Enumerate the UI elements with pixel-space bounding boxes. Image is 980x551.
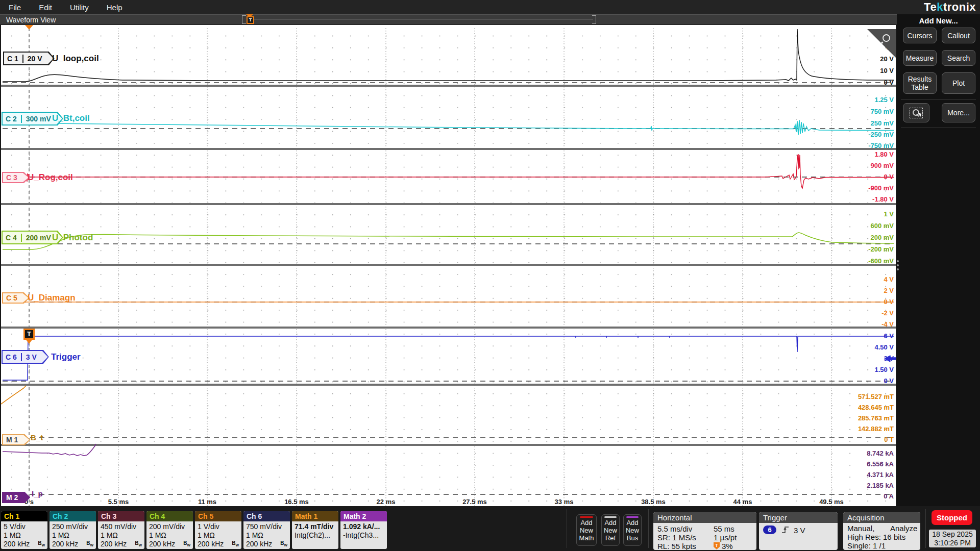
panel-splitter-handle[interactable] [897,258,899,272]
axis-math1-2: 285.763 mT [858,414,894,422]
label-ch1[interactable]: U_loop,coil [52,54,99,64]
menu-help[interactable]: Help [107,3,122,12]
card-ch4[interactable]: Ch 4 200 mV/div1 MΩ200 kHz BW [146,511,193,549]
callout-button[interactable]: Callout [942,28,975,43]
card-math1-scale: 71.4 mT/div [295,522,338,531]
badge-ch1[interactable]: C 120 V [3,52,55,65]
axis-ch4-3: -200 mV [868,245,894,254]
search-button[interactable]: Search [942,50,975,66]
acquisition-panel[interactable]: Acquisition Manual, Analyze High Res: 16… [843,512,920,550]
time-label-2: 11 ms [189,498,225,506]
card-ch6-impedance: 1 MΩ [246,531,290,540]
bottom-separator-2 [648,509,649,548]
axis-ch3-0: 1.80 V [874,151,894,159]
results-table-button[interactable]: Results Table [903,72,937,94]
card-math1[interactable]: Math 1 71.4 mT/divIntg(Ch2)... [292,511,338,549]
axis-ch3-4: -1.80 V [872,195,894,204]
axis-ch4-1: 600 mV [870,222,894,230]
label-math1[interactable]: B_t [31,433,43,442]
card-ch5-impedance: 1 MΩ [198,531,241,540]
trigger-position-triangle[interactable] [25,25,33,30]
right-panel-divider-2 [901,128,976,128]
card-ch3[interactable]: Ch 3 450 mV/div1 MΩ200 kHz BW [98,511,144,549]
axis-ch5-4: -4 V [881,320,894,329]
magnifier-icon [883,34,890,42]
add-new-math-button[interactable]: AddNewMath [576,514,597,546]
horizontal-title: Horizontal [653,512,756,523]
expansion-right-bracket[interactable] [592,15,596,24]
acquisition-resolution: High Res: 16 bits [847,533,905,541]
badge-math1-id: M 1 [2,436,22,444]
bandwidth-limit-icon: BW [232,540,239,547]
badge-ch5[interactable]: C 5 [2,292,30,304]
badge-math2[interactable]: M 2 [2,492,30,503]
plot-button[interactable]: Plot [942,72,975,94]
card-ch2-title: Ch 2 [50,511,96,521]
time-label-6: 33 ms [546,498,582,506]
card-ch3-title: Ch 3 [98,511,144,521]
badge-ch6[interactable]: C 63 V [2,350,49,364]
card-ch5-title: Ch 5 [195,511,241,521]
measure-button[interactable]: Measure [903,50,937,66]
menu-file[interactable]: File [9,3,21,12]
axis-ch2-0: 1.25 V [874,96,894,104]
cursors-button[interactable]: Cursors [903,28,937,43]
horizontal-trigger-position: 3% [722,542,733,550]
zoom-select-button[interactable] [903,103,929,122]
more-button[interactable]: More... [942,103,975,122]
run-stop-status[interactable]: Stopped [932,510,972,525]
expansion-indicator-line [253,19,593,19]
card-ch6[interactable]: Ch 6 750 mV/div1 MΩ200 kHz BW [243,511,290,549]
label-ch5[interactable]: U_Diamagn [28,293,76,303]
bandwidth-limit-icon: BW [280,540,287,547]
trigger-source-badge: 6 [763,525,776,534]
expansion-trigger-icon[interactable]: T [247,16,254,24]
axis-ch2-2: 250 mV [870,119,894,128]
axis-math1-3: 142.882 mT [858,425,894,433]
card-ch1[interactable]: Ch 1 5 V/div1 MΩ200 kHz BW [1,511,47,549]
label-ch3[interactable]: U_Rog,coil [28,172,73,183]
horizontal-panel[interactable]: Horizontal 5.5 ms/div 55 ms SR: 1 MS/s 1… [653,512,756,550]
axis-ch6-3: 1.50 V [874,366,894,374]
tektronix-logo: Tektronix [924,1,976,14]
acquisition-title: Acquisition [843,512,920,523]
zoom-select-icon [910,108,923,118]
date-text: 18 Sep 2025 [929,530,976,539]
label-ch2[interactable]: U_Bt,coil [52,113,90,123]
axis-ch4-4: -600 mV [868,257,894,265]
axis-ch6-1: 4.50 V [874,343,894,352]
bus-accent [626,516,639,518]
trigger-source-marker[interactable]: T [23,329,35,340]
time-label-3: 16.5 ms [279,498,314,506]
trigger-panel[interactable]: Trigger 6 3 V [759,512,838,550]
datetime-display: 18 Sep 2025 3:10:26 PM [929,530,976,547]
menu-utility[interactable]: Utility [70,3,89,12]
axis-ch1-3: 0 V [884,79,894,87]
badge-ch3[interactable]: C 3 [2,172,30,183]
badge-ch6-id: C 6 [2,353,21,361]
time-label-9: 49.5 ms [814,498,849,506]
bandwidth-limit-icon: BW [86,540,93,547]
horizontal-scale: 5.5 ms/div [657,524,692,533]
badge-ch1-id: C 1 [3,55,22,63]
label-ch4[interactable]: U_Photod [52,233,93,243]
add-new-panel: Add New... Cursors Callout Measure Searc… [897,14,980,506]
card-ch3-scale: 450 mV/div [101,522,144,531]
card-ch2[interactable]: Ch 2 250 mV/div1 MΩ200 kHz BW [50,511,96,549]
card-ch1-title: Ch 1 [1,511,47,521]
axis-ch4-2: 200 mV [870,234,894,242]
add-new-ref-button[interactable]: AddNewRef [601,514,620,546]
card-ch5[interactable]: Ch 5 1 V/div1 MΩ200 kHz BW [195,511,241,549]
card-math2[interactable]: Math 2 1.092 kA/...-Intg(Ch3... [340,511,387,549]
ref-accent [604,516,617,518]
axis-math2-0: 8.742 kA [867,449,894,458]
add-new-bus-button[interactable]: AddNewBus [623,514,642,546]
card-ch4-title: Ch 4 [146,511,193,521]
card-ch2-impedance: 1 MΩ [52,531,96,540]
badge-math1[interactable]: M 1 [2,434,30,445]
menu-edit[interactable]: Edit [39,3,52,12]
expansion-left-bracket[interactable] [242,15,246,24]
axis-math1-1: 428.645 mT [858,404,894,412]
label-math2[interactable]: I_p [32,489,43,498]
label-ch6[interactable]: Trigger [51,352,81,362]
